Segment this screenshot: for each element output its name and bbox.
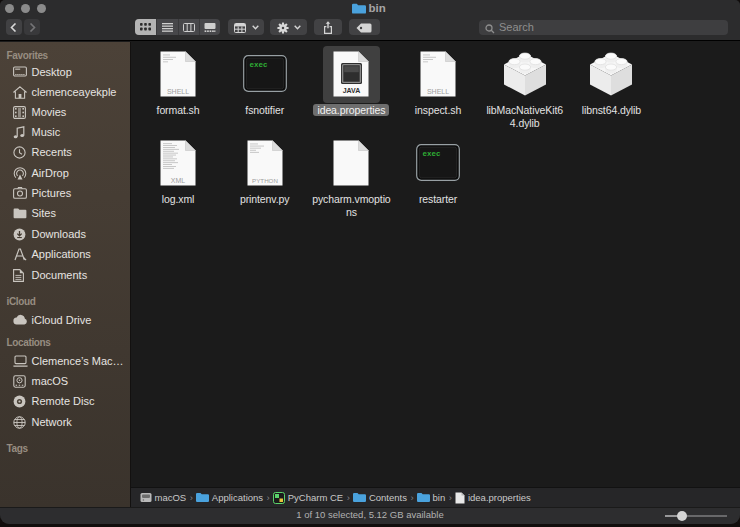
svg-text:XML: XML bbox=[171, 176, 186, 183]
svg-text:exec: exec bbox=[423, 150, 442, 158]
svg-text:exec: exec bbox=[249, 61, 268, 69]
svg-text:JAVA: JAVA bbox=[343, 87, 361, 94]
svg-text:PYTHON: PYTHON bbox=[252, 176, 278, 183]
svg-text:SHELL: SHELL bbox=[427, 87, 449, 94]
svg-text:SHELL: SHELL bbox=[167, 87, 189, 94]
